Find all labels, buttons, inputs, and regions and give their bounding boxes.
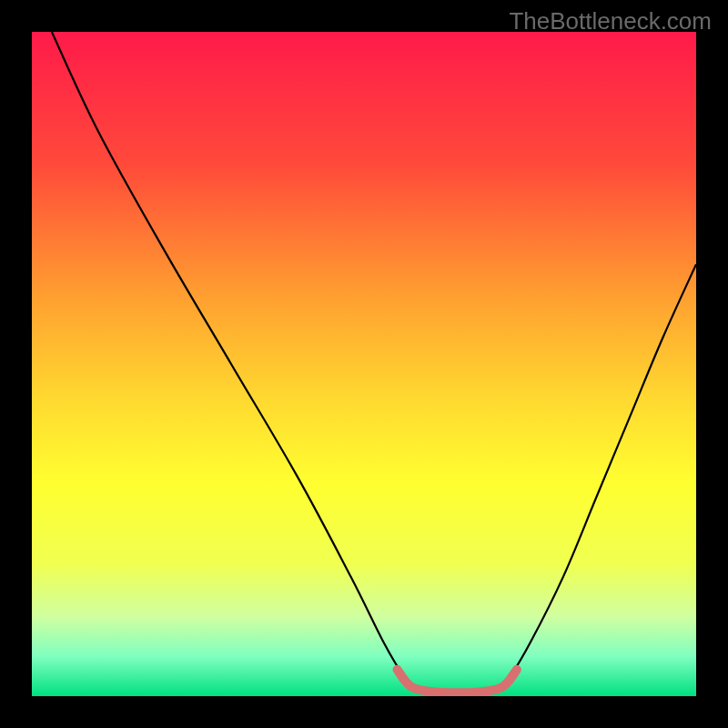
gradient-background — [32, 32, 696, 696]
chart-svg — [32, 32, 696, 696]
bottleneck-chart — [32, 32, 696, 696]
watermark-text: TheBottleneck.com — [509, 7, 712, 35]
